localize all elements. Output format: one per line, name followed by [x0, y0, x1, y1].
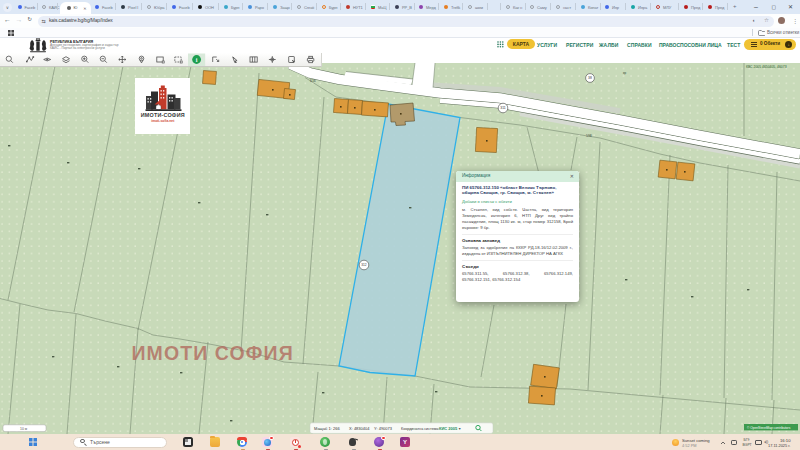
- svg-text:Мащаб 1: 266: Мащаб 1: 266: [314, 426, 340, 431]
- svg-text:ИМОТИ СОФИЯ: ИМОТИ СОФИЯ: [132, 342, 294, 364]
- svg-text:38: 38: [588, 76, 592, 80]
- svg-text:ИМОТИ-СОФИЯ: ИМОТИ-СОФИЯ: [141, 112, 185, 118]
- svg-text:КИС 2005: КИС 2005: [439, 426, 458, 431]
- svg-text:598: 598: [586, 134, 592, 138]
- svg-text:616: 616: [310, 79, 316, 83]
- svg-text:КВС 2005 4650405, 46073: КВС 2005 4650405, 46073: [746, 65, 787, 69]
- svg-text:© OpenStreetMap contributors: © OpenStreetMap contributors: [747, 426, 791, 430]
- svg-text:X: 4830404: X: 4830404: [349, 426, 370, 431]
- svg-text:Y: 490073: Y: 490073: [374, 426, 393, 431]
- svg-text:вр: вр: [623, 71, 627, 75]
- svg-text:312: 312: [361, 263, 367, 267]
- svg-text:imoti-sofia.net: imoti-sofia.net: [151, 119, 175, 123]
- svg-text:10 м: 10 м: [20, 427, 28, 431]
- svg-text:▼: ▼: [458, 427, 461, 431]
- svg-text:Координатна система:: Координатна система:: [401, 427, 439, 431]
- svg-text:311: 311: [500, 106, 506, 110]
